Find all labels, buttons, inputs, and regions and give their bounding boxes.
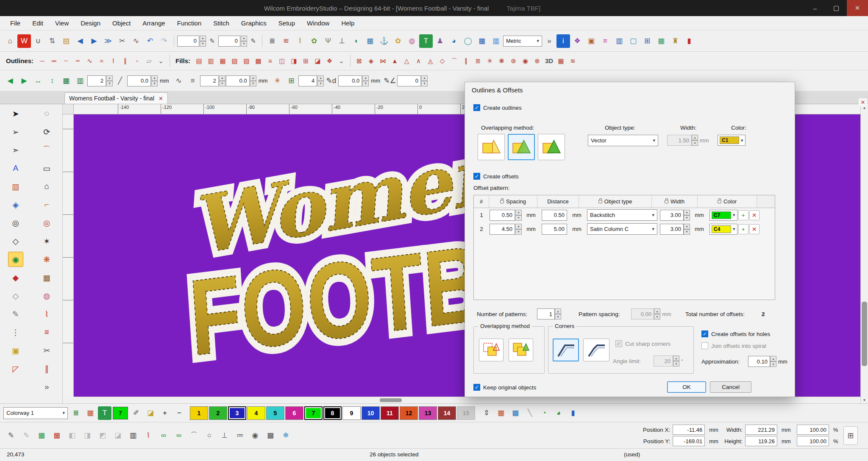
sequence-icon[interactable]: ▥ [612,34,626,48]
target-tool-icon[interactable]: ◎ [39,215,54,230]
remove-color-icon[interactable]: − [172,406,186,420]
triple-run-icon[interactable]: ═ [48,56,60,67]
spacing-spinner[interactable] [515,224,522,235]
width-spinner[interactable] [684,224,690,235]
pick-color-button[interactable]: + [738,224,748,234]
palette-swatch[interactable]: 8 [323,406,342,420]
corner-bevel-icon[interactable] [583,339,609,361]
create-offsets-for-holes-checkbox[interactable] [701,330,708,337]
spacing-field[interactable]: 0.50 [490,210,515,221]
angle-pencil-icon[interactable]: ✎∠ [383,74,397,88]
scissors-icon[interactable]: ✂ [115,34,129,48]
rows-spinner[interactable] [106,75,113,86]
object-type-dropdown[interactable]: Satin Column C [587,223,657,235]
spacing-field[interactable]: 4.50 [490,224,515,235]
color-wheel-icon[interactable]: ◕ [447,34,461,48]
effect-lines-icon[interactable]: ∥ [460,56,472,67]
backstitch-icon[interactable]: ┅ [72,56,83,67]
offset-b-spinner[interactable] [250,75,256,86]
bitmap-image-icon[interactable]: ▦ [363,34,377,48]
palette-swatch[interactable]: 6 [285,406,303,420]
stitch-number-spinner[interactable] [200,36,206,47]
no-color-icon[interactable]: ╲ [523,406,537,420]
spacing-spinner[interactable] [515,210,522,221]
count-spinner[interactable] [219,75,225,86]
fill-bucket-icon[interactable]: ◪ [144,406,157,420]
col-distance[interactable]: Distance [537,195,579,208]
travel-back-icon[interactable]: ◀ [73,34,87,48]
delete-row-button[interactable]: ✕ [749,224,760,234]
stitch-lines-tool-icon[interactable]: ∥ [39,361,54,376]
menu-item[interactable]: Stitch [207,16,235,30]
applique-fill-icon[interactable]: ▩ [253,56,264,67]
object-type-dropdown[interactable]: Vector [588,135,658,146]
approximation-spinner[interactable] [770,356,776,367]
garment-icon[interactable]: T [419,34,433,48]
travel-forward-icon[interactable]: ▶ [87,34,101,48]
arc-tool-icon[interactable]: ⌒ [187,429,201,442]
offset-b-field[interactable]: 0.0 [226,75,250,86]
pick-color-button[interactable]: + [738,210,748,220]
pencil2-icon[interactable]: ✎ [248,36,259,47]
security-stamp-tool-icon[interactable]: ▣ [8,343,23,358]
number-of-patterns-field[interactable]: 1 [537,308,555,319]
effect-spin-icon[interactable]: ⊗ [531,56,543,67]
create-outlines-checkbox[interactable] [473,104,480,111]
contour-icon[interactable]: ⌇ [293,34,307,48]
run-stitch-icon[interactable]: ─ [36,56,48,67]
effect-weave-icon[interactable]: ⋈ [377,56,389,67]
effect-prism-icon[interactable]: ◬ [425,56,436,67]
effect-valley-icon[interactable]: △ [401,56,412,67]
donut-icon[interactable]: ◍ [405,34,419,48]
rotate-tool-icon[interactable]: ⟳ [39,124,54,139]
print-preview-icon[interactable]: ▣ [584,34,598,48]
stitch-list-icon[interactable]: ≣ [265,34,279,48]
branching-icon[interactable]: Ψ [321,34,335,48]
stretch-v-icon[interactable]: ↕ [45,74,59,88]
pencil-icon[interactable]: ✎ [206,36,218,47]
ellipse-icon[interactable]: ◯ [461,34,475,48]
outline-width-field[interactable]: 1.50 [667,135,692,146]
color-block-icon[interactable]: ▦ [35,429,48,442]
team-design-icon[interactable]: ▦ [654,34,668,48]
jump-stitch-icon[interactable]: ≫ [101,34,115,48]
effect-arc-icon[interactable]: ⌒ [448,56,460,67]
wilcom-logo-icon[interactable]: W [17,34,31,48]
kiosk-tool-icon[interactable]: ◈ [8,197,23,212]
vertical-scrollbar[interactable]: ✕ ▲ ▼ [860,104,868,403]
grid-icon[interactable]: ▦ [475,34,489,48]
pentagon-tool-icon[interactable]: ⌂ [39,179,54,194]
motif-run-icon[interactable]: ⌇ [108,56,119,67]
menu-item[interactable]: Object [106,16,136,30]
menu-item[interactable]: Function [171,16,208,30]
complex-fill-tool-icon[interactable]: ◆ [8,270,23,285]
distance-spinner[interactable] [362,75,369,86]
product-visualizer-icon[interactable]: T [98,406,111,420]
palette-swatch[interactable]: 13 [419,406,437,420]
cancel-button[interactable]: Cancel [710,381,751,393]
match-thread-icon[interactable]: ▩ [509,406,522,420]
leaf-icon[interactable]: ✿ [307,34,321,48]
gray-shape4-icon[interactable]: ◪ [111,429,125,442]
basket-tool-icon[interactable]: ▦ [39,270,54,285]
units-dropdown[interactable]: Metric [503,36,542,47]
film-strip2-icon[interactable]: ▥ [73,74,87,88]
width-field[interactable]: 3.00 [660,224,684,235]
vector-outline-icon[interactable]: ▱ [143,56,155,67]
angle-limit-spinner[interactable] [673,355,679,367]
distance-field[interactable]: 0.50 [542,210,567,221]
pattern-spacing-spinner[interactable] [654,308,660,319]
palette-swatch[interactable]: 12 [400,406,418,420]
polygon-tool-icon[interactable]: ◇ [8,233,23,249]
smooth-tool-icon[interactable]: ➣ [8,142,23,158]
corner-mitre-icon[interactable] [553,339,579,361]
pattern-box-icon[interactable]: ▩ [264,429,277,442]
palette-swatch[interactable]: 2 [209,406,227,420]
wheel-tool-icon[interactable]: ❋ [39,252,54,267]
snowflake-icon[interactable]: ❄ [279,429,292,442]
add-color-icon[interactable]: + [158,406,172,420]
pattern-count-field[interactable]: 4 [298,75,317,86]
stitch-number-field[interactable]: 0 [177,36,199,47]
machine-foot-icon[interactable]: ⊥ [218,429,231,442]
colorway-list-icon[interactable]: ≣ [69,406,83,420]
